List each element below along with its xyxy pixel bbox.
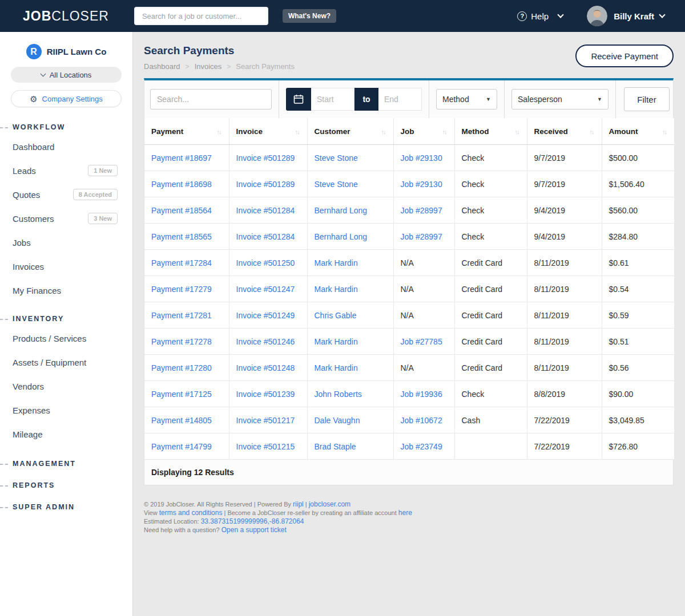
sidebar-item-invoices[interactable]: Invoices xyxy=(0,254,132,278)
terms-link[interactable]: terms and conditions xyxy=(159,509,223,517)
section-header-workflow[interactable]: WORKFLOW xyxy=(0,123,132,131)
job-link[interactable]: Job #29130 xyxy=(401,180,442,189)
column-header-job[interactable]: Job↑↓ xyxy=(393,118,454,145)
invoice-link[interactable]: Invoice #501289 xyxy=(236,180,295,189)
customer-link[interactable]: Mark Hardin xyxy=(315,258,358,268)
column-header-invoice[interactable]: Invoice↑↓ xyxy=(229,118,307,145)
method-select[interactable]: Method ▼ xyxy=(436,89,497,110)
customer-link[interactable]: Bernhard Long xyxy=(315,232,368,241)
payment-link[interactable]: Payment #18564 xyxy=(151,206,212,215)
invoice-link[interactable]: Invoice #501247 xyxy=(236,285,295,294)
sidebar-item-label: Products / Services xyxy=(13,334,86,343)
payment-link[interactable]: Payment #17125 xyxy=(151,390,212,399)
job-link[interactable]: Job #27785 xyxy=(401,337,442,346)
riipl-link[interactable]: riipl xyxy=(293,500,304,508)
breadcrumb-invoices[interactable]: Invoices xyxy=(195,62,222,71)
sort-icon[interactable]: ↑↓ xyxy=(381,128,386,135)
payment-link[interactable]: Payment #18565 xyxy=(151,232,212,241)
user-avatar[interactable] xyxy=(587,6,607,26)
filter-button[interactable]: Filter xyxy=(624,87,670,111)
user-name[interactable]: Billy Kraft xyxy=(614,11,654,21)
sidebar-item-expenses[interactable]: Expenses xyxy=(0,398,132,422)
job-link[interactable]: Job #29130 xyxy=(401,153,442,163)
invoice-link[interactable]: Invoice #501215 xyxy=(236,442,295,451)
receive-payment-button[interactable]: Receive Payment xyxy=(575,44,674,67)
global-search-input[interactable] xyxy=(134,7,268,25)
end-date-input[interactable] xyxy=(378,88,422,111)
sidebar-item-dashboard[interactable]: Dashboard xyxy=(0,135,132,159)
payment-link[interactable]: Payment #18697 xyxy=(151,153,212,163)
section-header-management[interactable]: MANAGEMENT xyxy=(0,460,132,468)
invoice-link[interactable]: Invoice #501246 xyxy=(236,337,295,346)
help-menu[interactable]: ? Help xyxy=(517,11,563,21)
payment-link[interactable]: Payment #18698 xyxy=(151,180,212,189)
sidebar-item-mileage[interactable]: Mileage xyxy=(0,422,132,446)
invoice-link[interactable]: Invoice #501239 xyxy=(236,390,295,399)
sort-icon[interactable]: ↑↓ xyxy=(662,128,667,135)
sidebar-item-label: Assets / Equipment xyxy=(13,358,86,367)
jobcloser-link[interactable]: jobcloser.com xyxy=(309,500,350,508)
sidebar-item-quotes[interactable]: Quotes8 Accepted xyxy=(0,183,132,206)
sidebar-item-products-services[interactable]: Products / Services xyxy=(0,326,132,350)
customer-link[interactable]: Chris Gable xyxy=(315,311,357,320)
calendar-icon[interactable] xyxy=(286,88,311,111)
job-link[interactable]: Job #10672 xyxy=(401,416,442,425)
invoice-link[interactable]: Invoice #501249 xyxy=(236,311,295,320)
job-link[interactable]: Job #28997 xyxy=(401,206,442,215)
sort-icon[interactable]: ↑↓ xyxy=(442,128,448,135)
section-header-inventory[interactable]: INVENTORY xyxy=(0,315,132,323)
customer-link[interactable]: Mark Hardin xyxy=(315,363,358,372)
sidebar-item-jobs[interactable]: Jobs xyxy=(0,230,132,254)
invoice-link[interactable]: Invoice #501284 xyxy=(236,232,295,241)
customer-link[interactable]: Bernhard Long xyxy=(315,206,368,215)
start-date-input[interactable] xyxy=(311,88,354,111)
customer-link[interactable]: Steve Stone xyxy=(315,153,358,163)
customer-link[interactable]: Brad Staple xyxy=(315,442,356,451)
support-ticket-link[interactable]: Open a support ticket xyxy=(221,526,287,534)
payment-link[interactable]: Payment #17281 xyxy=(151,311,212,320)
payment-link[interactable]: Payment #14799 xyxy=(151,442,212,451)
job-link[interactable]: Job #28997 xyxy=(401,232,442,241)
column-header-payment[interactable]: Payment↑↓ xyxy=(144,118,229,145)
sort-icon[interactable]: ↑↓ xyxy=(590,128,595,135)
sort-icon[interactable]: ↑↓ xyxy=(217,128,222,135)
column-header-customer[interactable]: Customer↑↓ xyxy=(307,118,393,145)
sidebar-item-customers[interactable]: Customers3 New xyxy=(0,206,132,230)
payment-link[interactable]: Payment #17280 xyxy=(151,363,212,372)
customer-link[interactable]: Mark Hardin xyxy=(315,337,358,346)
column-header-received[interactable]: Received↑↓ xyxy=(527,118,602,145)
table-search-input[interactable] xyxy=(150,89,272,110)
invoice-link[interactable]: Invoice #501248 xyxy=(236,363,295,372)
payment-link[interactable]: Payment #14805 xyxy=(151,416,212,425)
invoice-link[interactable]: Invoice #501284 xyxy=(236,206,295,215)
company-settings-button[interactable]: ⚙ Company Settings xyxy=(11,90,122,107)
sort-icon[interactable]: ↑↓ xyxy=(515,128,520,135)
job-link[interactable]: Job #19936 xyxy=(401,390,442,399)
affiliate-link[interactable]: here xyxy=(398,509,412,517)
invoice-link[interactable]: Invoice #501289 xyxy=(236,153,295,163)
location-link[interactable]: 33.387315199999996,-86.872064 xyxy=(201,517,304,525)
customer-link[interactable]: Steve Stone xyxy=(315,180,358,189)
payment-link[interactable]: Payment #17284 xyxy=(151,258,212,268)
sort-icon[interactable]: ↑↓ xyxy=(295,128,300,135)
locations-dropdown[interactable]: All Locations xyxy=(11,67,122,83)
sidebar-item-assets-equipment[interactable]: Assets / Equipment xyxy=(0,350,132,374)
customer-link[interactable]: Mark Hardin xyxy=(315,285,358,294)
sidebar-item-my-finances[interactable]: My Finances xyxy=(0,278,132,302)
section-header-super-admin[interactable]: SUPER ADMIN xyxy=(0,503,132,511)
whats-new-button[interactable]: What's New? xyxy=(283,9,336,23)
invoice-link[interactable]: Invoice #501217 xyxy=(236,416,295,425)
job-link[interactable]: Job #23749 xyxy=(401,442,442,451)
customer-link[interactable]: John Roberts xyxy=(315,390,362,399)
sidebar-item-vendors[interactable]: Vendors xyxy=(0,374,132,398)
payment-link[interactable]: Payment #17279 xyxy=(151,285,212,294)
payment-link[interactable]: Payment #17278 xyxy=(151,337,212,346)
invoice-link[interactable]: Invoice #501250 xyxy=(236,258,295,268)
section-header-reports[interactable]: REPORTS xyxy=(0,481,132,489)
breadcrumb-dashboard[interactable]: Dashboard xyxy=(144,62,180,71)
salesperson-select[interactable]: Salesperson ▼ xyxy=(511,89,609,110)
column-header-method[interactable]: Method↑↓ xyxy=(454,118,527,145)
sidebar-item-leads[interactable]: Leads1 New xyxy=(0,159,132,183)
customer-link[interactable]: Dale Vaughn xyxy=(315,416,360,425)
column-header-amount[interactable]: Amount↑↓ xyxy=(602,118,674,145)
